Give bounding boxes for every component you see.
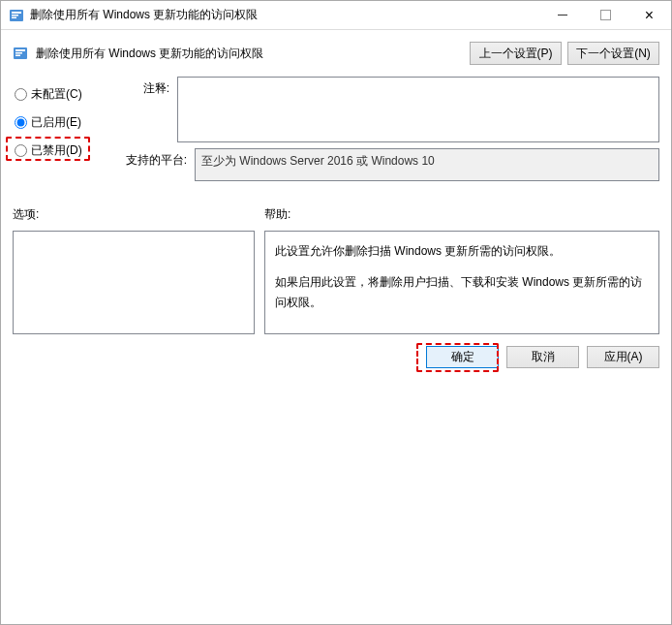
lower-section: 选项: 帮助: 此设置允许你删除扫描 Windows 更新所需的访问权限。 如果…: [1, 197, 671, 334]
platform-box: 至少为 Windows Server 2016 或 Windows 10: [195, 148, 659, 181]
radio-enabled[interactable]: 已启用(E): [13, 109, 119, 137]
next-setting-button[interactable]: 下一个设置(N): [567, 42, 659, 65]
window-title: 删除使用所有 Windows 更新功能的访问权限: [30, 7, 540, 23]
close-button[interactable]: ×: [627, 1, 671, 29]
help-label: 帮助:: [264, 206, 659, 223]
comment-label: 注释:: [119, 77, 177, 142]
cancel-button[interactable]: 取消: [506, 346, 579, 368]
policy-title: 删除使用所有 Windows 更新功能的访问权限: [36, 46, 464, 62]
minimize-button[interactable]: [540, 1, 584, 29]
radio-not-configured-label: 未配置(C): [31, 86, 82, 103]
radio-group: 未配置(C) 已启用(E) 已禁用(D): [13, 77, 119, 181]
radio-disabled-label: 已禁用(D): [31, 142, 82, 159]
apply-button[interactable]: 应用(A): [587, 346, 659, 368]
app-icon: [9, 8, 24, 23]
options-label: 选项:: [13, 206, 255, 223]
main-area: 删除使用所有 Windows 更新功能的访问权限 上一个设置(P) 下一个设置(…: [1, 30, 671, 380]
comment-textarea[interactable]: [177, 77, 659, 142]
radio-not-configured-input[interactable]: [15, 88, 27, 101]
svg-rect-5: [15, 49, 25, 51]
ok-button[interactable]: 确定: [426, 346, 499, 368]
radio-disabled[interactable]: 已禁用(D): [13, 137, 119, 165]
window-controls: ×: [540, 1, 671, 29]
radio-disabled-input[interactable]: [15, 144, 27, 157]
help-column: 帮助: 此设置允许你删除扫描 Windows 更新所需的访问权限。 如果启用此设…: [264, 206, 659, 334]
radio-not-configured[interactable]: 未配置(C): [13, 80, 119, 109]
svg-rect-3: [12, 16, 16, 18]
titlebar: 删除使用所有 Windows 更新功能的访问权限 ×: [1, 1, 671, 30]
help-text-2: 如果启用此设置，将删除用户扫描、下载和安装 Windows 更新所需的访问权限。: [275, 272, 649, 312]
options-panel: [13, 231, 255, 334]
radio-enabled-input[interactable]: [15, 116, 27, 129]
help-panel: 此设置允许你删除扫描 Windows 更新所需的访问权限。 如果启用此设置，将删…: [264, 231, 659, 334]
radio-enabled-label: 已启用(E): [31, 114, 81, 131]
prev-setting-button[interactable]: 上一个设置(P): [470, 42, 562, 65]
toolbar: 删除使用所有 Windows 更新功能的访问权限 上一个设置(P) 下一个设置(…: [1, 30, 671, 73]
options-column: 选项:: [13, 206, 255, 334]
platform-value: 至少为 Windows Server 2016 或 Windows 10: [201, 154, 435, 168]
button-row: 确定 取消 应用(A): [1, 334, 671, 380]
platform-label: 支持的平台:: [119, 148, 195, 181]
svg-rect-7: [15, 55, 20, 57]
svg-rect-6: [15, 52, 22, 54]
svg-rect-1: [12, 12, 21, 14]
config-section: 未配置(C) 已启用(E) 已禁用(D) 注释: 支持的平台:: [1, 73, 671, 197]
policy-icon: [13, 46, 28, 61]
maximize-button[interactable]: [584, 1, 627, 29]
svg-rect-2: [12, 15, 18, 16]
help-text-1: 此设置允许你删除扫描 Windows 更新所需的访问权限。: [275, 241, 649, 261]
